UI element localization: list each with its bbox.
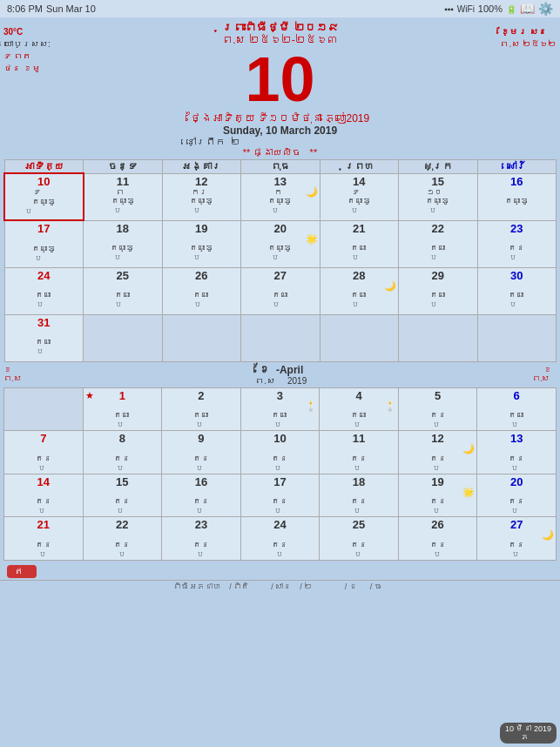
cell-day: 19	[165, 222, 240, 235]
table-row[interactable]: 6 ​ ​តណ ប ​ ​	[477, 387, 557, 431]
table-row[interactable]: 15 ​ ​តន ប ​ ​	[83, 474, 162, 517]
empty-cell	[4, 387, 84, 431]
table-row[interactable]: 7 ​ ​តន ប ​ ​	[4, 431, 84, 474]
table-row[interactable]: 26 ​តណ ប ​ ​ ​ ​	[162, 267, 241, 314]
table-row[interactable]: 4 ​ ​តណ ប ​ ​ 🕯️	[320, 387, 399, 431]
right-label2: ព.ស ២៥៦២	[500, 38, 557, 50]
table-row[interactable]: 17 ​ ​ ​តណ្ឌូ ប ​ ​ ​ ​ ​	[4, 220, 84, 267]
table-row[interactable]: 13 ក​ ​ ​តណ្ឌូ ប ​ ​ ​ ​ ​ 🌙	[241, 173, 320, 220]
table-row[interactable]: 11 ​ ​តន ប ​ ​	[320, 431, 399, 474]
table-row[interactable]: 2 ​ ​តណ ប ​ ​	[162, 387, 241, 431]
table-row[interactable]: 16 ​ ​ ​តណ្ឌូ ​ ​ ​ ​ ​ ​	[477, 173, 556, 220]
cell-day: 12	[165, 175, 240, 188]
table-row[interactable]: 28 ​ ​តណ ប ​ ​ ​ ​ 🌙	[320, 267, 398, 314]
cell-day: 25	[85, 269, 160, 282]
table-row[interactable]: 8 ​ ​តន ប ​ ​	[83, 431, 162, 474]
table-row[interactable]: 16 ​ ​តន ប ​ ​	[162, 474, 241, 517]
battery-icon: 🔋	[506, 4, 516, 14]
cell-day: 16	[164, 475, 239, 488]
table-row[interactable]: 23 ​តន ប ​	[162, 517, 241, 561]
side-info-left: 30°C យោបស្រស: ទ ពត ថ​ន​ ខ​មូ	[3, 26, 51, 75]
cell-lunar: ប ​ ​ ​ ​ ​	[243, 206, 317, 215]
cell-day: 10	[243, 432, 318, 445]
table-row[interactable]: 27 ​តណ ប ​ ​ ​ ​	[241, 267, 320, 314]
table-row[interactable]: 27 ​តន ប ​ 🌙	[477, 517, 557, 561]
cell-lunar: ប ​	[6, 550, 81, 559]
status-bar: 8:06 PM Sun Mar 10 ▪▪▪ WiFi 100% 🔋 📖 ⚙️	[0, 0, 560, 17]
table-row[interactable]: 18 ​ ​តន ប ​ ​	[320, 474, 399, 517]
table-row[interactable]: 5 ​តន ប ​ ​	[398, 387, 477, 431]
next-month-label: ខ​ ​ ​ព.ស ​ ​ ​	[532, 366, 557, 383]
cell-lunar: ប ​ ​	[401, 421, 476, 429]
table-row[interactable]: 31 ​ ​តណ ប ​ ​ ​ ​	[4, 314, 84, 361]
cell-khmer: ទ ​​ ​ ​ ​ ​ ​តណ្ឌូ	[7, 188, 81, 207]
cell-lunar: ប ​ ​	[243, 507, 318, 515]
table-row[interactable]: 10 ទ ​​ ​ ​ ​ ​ ​តណ្ឌូ ប ​ ​ ​ ​ ​ ​ ​ ​…	[4, 173, 84, 220]
moon-emoji: 🌙	[542, 529, 554, 541]
table-row[interactable]: 14 ​ ​តន ប ​ ​	[4, 474, 84, 517]
cell-day: 14	[6, 475, 81, 488]
cell-day: 22	[85, 518, 160, 531]
cell-day: 24	[7, 269, 82, 282]
moon-emoji: 🌙	[462, 443, 475, 454]
table-row[interactable]: 21 ​ ​តណ ប ​ ​ ​ ​	[320, 220, 398, 267]
today-button[interactable]: ឥ​ ​ ​ ​	[7, 565, 37, 578]
table-row[interactable]: 21 ​តន ប ​	[4, 517, 84, 561]
cell-khmer: ​ ​តន	[243, 488, 318, 508]
table-row[interactable]: 26 ​តន ប ​	[398, 517, 477, 561]
table-row[interactable]: 23 ​តន ប ​ ​ ​ ​	[477, 220, 556, 267]
cell-day: 2	[164, 389, 239, 402]
cell-day: 27	[243, 269, 317, 282]
cell-lunar: ប ​ ​ ​ ​ ​	[7, 254, 82, 263]
table-row[interactable]: 22 ​ ​តណ ប ​ ​ ​ ​	[399, 220, 478, 267]
cell-lunar: ប ​ ​	[321, 507, 396, 515]
khmer-day-name: ថ្ងៃអាទិត្យ ទី១០មិថុនា ភ្លៀ2019	[0, 112, 560, 124]
status-bar-right: ▪▪▪ WiFi 100% 🔋 📖 ⚙️	[444, 2, 553, 16]
table-row[interactable]: 10 ​ ​តន ប ​ ​	[240, 431, 320, 474]
table-row[interactable]: 17 ​ ​តន ប ​ ​	[240, 474, 320, 517]
cell-khmer: ​ ​តណ	[85, 282, 160, 301]
april-calendar: ★ 1 ​ ​តណ ប ​ ​ 2 ​ ​តណ ប ​ ​ 3 ​ ​តណ ប …	[3, 387, 557, 561]
book-icon[interactable]: 📖	[520, 2, 535, 16]
table-row[interactable]: 12 ​ ​តន ប ​ ​ 🌙	[398, 431, 477, 474]
table-row[interactable]: 19 ​ ​ ​តណ្ឌូ ប ​ ​ ​ ​ ​	[162, 220, 241, 267]
lunar-date: ** ផ្ងាយ​លិច​ ​ ​ **	[0, 147, 560, 158]
cell-lunar: ប ​ ​ ​ ​ ​	[165, 206, 240, 215]
march-calendar: អាទិត្យ ចន្ទ អង្គារ ពុធ ព្រហ សុក្រ សៅរ៍ …	[3, 159, 557, 362]
table-row[interactable]: 24 ​ ​តណ ប ​ ​ ​ ​	[4, 267, 84, 314]
cell-day: 14	[322, 175, 396, 188]
table-row[interactable]: 18 ​ ​ ​តណ្ឌូ ប ​ ​ ​ ​ ​	[84, 220, 163, 267]
cell-khmer: ​តន	[85, 531, 160, 550]
cell-lunar: ប ​ ​ ​ ​	[480, 300, 554, 309]
table-row[interactable]: 9 ​ ​តន ប ​ ​	[162, 431, 241, 474]
table-row[interactable]: 14 ទ ​ ​ ​តណ្ឌូ ប ​ ​ ​ ​ ​	[320, 173, 398, 220]
table-row[interactable]: 24 ​តន ប ​	[240, 517, 320, 561]
table-row[interactable]: 25 ​ ​តណ ប ​ ​ ​ ​	[84, 267, 163, 314]
table-row[interactable]: 15 ១០ ​ ​ ​តណ្ឌូ ប ​ ​ ​ ​ ​	[399, 173, 478, 220]
table-row[interactable]: 11 ព ​ ​ ​តណ្ឌូ ប ​ ​ ​ ​ ​	[84, 173, 163, 220]
table-row[interactable]: 20 ​ ​ ​តណ្ឌូ ប ​ ​ ​ ​ ​ 🌟	[241, 220, 320, 267]
today-button-area[interactable]: ឥ​ ​ ​ ​	[0, 561, 560, 580]
cell-lunar: ប ​ ​	[85, 421, 160, 429]
table-row[interactable]: 13 ​ ​តន ប ​ ​	[477, 431, 557, 474]
gear-icon[interactable]: ⚙️	[538, 2, 553, 16]
table-row[interactable]: 22 ​តន ប ​	[83, 517, 162, 561]
cell-khmer: ​ ​តន	[164, 445, 239, 464]
table-row[interactable]: 20 ​តន ប ​ ​	[477, 474, 557, 517]
cell-day: 22	[401, 222, 476, 235]
cell-khmer: ​តន	[243, 531, 318, 550]
cell-lunar: ប ​	[243, 550, 318, 559]
table-row[interactable]: 19 ​ ​តន ប ​ ​ 🌟	[398, 474, 477, 517]
cell-day: 26	[165, 269, 240, 282]
table-row[interactable]: ★ 1 ​ ​តណ ប ​ ​	[83, 387, 162, 431]
table-row[interactable]: 25 ​តន ប ​	[320, 517, 399, 561]
table-row[interactable]: 29 ​តណ ប ​ ​ ​ ​	[399, 267, 478, 314]
table-row[interactable]: 3 ​ ​តណ ប ​ ​ 🕯️	[240, 387, 320, 431]
table-row[interactable]: 12 ករ ​ ​តណ្ឌូ ប ​ ​ ​ ​ ​	[162, 173, 241, 220]
cell-lunar: ប ​ ​	[321, 464, 396, 473]
cell-khmer: ទ ​ ​ ​តណ្ឌូ	[322, 188, 396, 207]
star-emoji: 🌟	[306, 233, 318, 245]
cell-day: 21	[6, 518, 81, 531]
table-row[interactable]: 30 ​ ​តណ ប ​ ​ ​ ​	[477, 267, 556, 314]
cell-day: 7	[6, 432, 81, 445]
